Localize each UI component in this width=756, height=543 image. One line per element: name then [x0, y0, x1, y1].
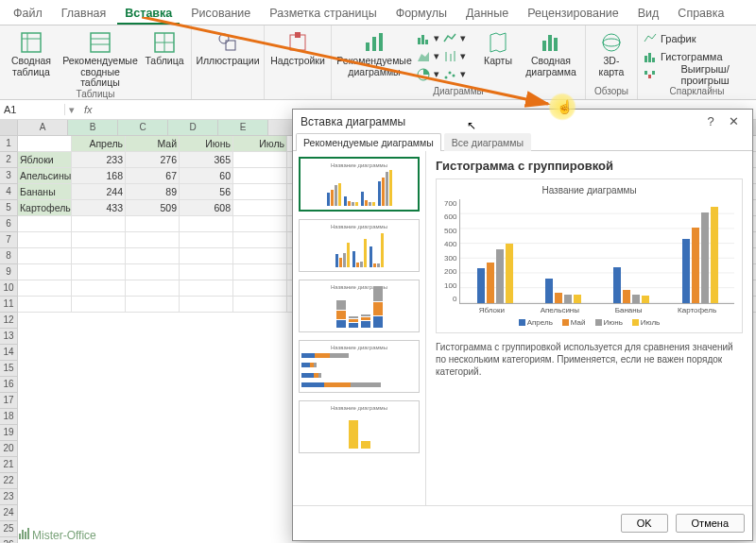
preview-chart[interactable]: Название диаграммы 010020030040050060070… — [436, 178, 743, 333]
sparkline-line-button[interactable]: График — [644, 30, 696, 46]
svg-rect-12 — [295, 32, 301, 38]
map-icon — [485, 31, 511, 54]
svg-rect-3 — [91, 33, 110, 52]
svg-rect-36 — [648, 75, 651, 78]
scatter-chart-icon — [443, 68, 456, 81]
svg-rect-0 — [22, 33, 41, 52]
addons-icon — [284, 31, 311, 54]
stock-chart-icon — [443, 50, 456, 63]
tab-insert[interactable]: Вставка — [117, 4, 180, 25]
svg-rect-37 — [652, 71, 655, 75]
dialog-close-button[interactable]: ✕ — [723, 114, 745, 128]
chart-legend: Апрель Май Июнь Июль — [444, 318, 734, 327]
cancel-button[interactable]: Отмена — [676, 514, 745, 533]
thumb-clustered-bar[interactable]: Название диаграммы — [299, 157, 420, 212]
chart-description: Гистограмма с группировкой используется … — [436, 341, 743, 378]
ribbon: Сводная таблица Рекомендуемые сводные та… — [0, 25, 756, 100]
maps-button[interactable]: Карты — [479, 27, 517, 67]
shapes-icon — [215, 31, 241, 54]
recommended-pivot-icon — [87, 31, 113, 54]
recommended-charts-icon — [361, 31, 387, 54]
table-button[interactable]: Таблица — [144, 27, 185, 67]
svg-point-30 — [603, 34, 620, 51]
chart-preview: Гистограмма с группировкой Название диаг… — [426, 151, 752, 505]
tab-data[interactable]: Данные — [458, 4, 516, 25]
plot-area — [459, 199, 734, 304]
pie-chart-icon — [417, 68, 430, 81]
svg-point-31 — [603, 39, 620, 46]
thumb-more[interactable]: Название диаграммы — [299, 400, 420, 453]
fx-icon[interactable]: fx — [78, 104, 98, 115]
chart-thumbnails[interactable]: Название диаграммы Название диаграммы На… — [293, 151, 426, 505]
addons-button[interactable]: Надстройки — [270, 27, 325, 67]
sparkline-winloss-icon — [644, 68, 656, 81]
ribbon-group-tables: Сводная таблица Рекомендуемые сводные та… — [0, 25, 192, 99]
recommended-charts-button[interactable]: Рекомендуемые диаграммы — [337, 27, 411, 77]
tab-draw[interactable]: Рисование — [183, 4, 258, 25]
row-headers[interactable]: 1234567891011121314151617181920212223242… — [0, 120, 18, 543]
y-axis-labels: 0100200300400500600700 — [444, 199, 459, 303]
area-chart-icon — [417, 50, 430, 63]
ribbon-group-addons: Надстройки — [265, 25, 332, 99]
svg-marker-19 — [418, 52, 429, 61]
ribbon-group-illustrations: Иллюстрации — [192, 25, 265, 99]
svg-point-25 — [449, 71, 452, 74]
name-box[interactable]: A1 — [0, 104, 65, 115]
insert-chart-dialog: Вставка диаграммы ? ✕ Рекомендуемые диаг… — [292, 109, 753, 541]
svg-rect-27 — [542, 41, 546, 51]
svg-rect-16 — [418, 38, 421, 44]
tab-review[interactable]: Рецензирование — [520, 4, 627, 25]
svg-point-9 — [219, 34, 229, 43]
svg-rect-17 — [421, 35, 424, 44]
svg-rect-28 — [548, 35, 552, 51]
sparkline-line-icon — [644, 32, 657, 45]
dialog-tab-recommended[interactable]: Рекомендуемые диаграммы — [296, 133, 441, 151]
svg-rect-35 — [644, 71, 647, 75]
dialog-tabs: Рекомендуемые диаграммы Все диаграммы — [293, 133, 752, 151]
thumb-stacked-bar[interactable]: Название диаграммы — [299, 280, 420, 332]
thumb-stacked-bar-h[interactable]: Название диаграммы — [299, 340, 420, 393]
ribbon-group-tours: 3D-карта Обзоры — [586, 25, 638, 99]
svg-rect-33 — [648, 53, 651, 62]
sparkline-bar-icon — [644, 50, 657, 63]
svg-point-24 — [445, 76, 448, 78]
3dmap-button[interactable]: 3D-карта — [592, 27, 631, 77]
pivot-table-icon — [18, 31, 44, 54]
svg-rect-15 — [379, 33, 383, 51]
dialog-titlebar: Вставка диаграммы ? ✕ — [293, 110, 752, 133]
dialog-title: Вставка диаграммы — [301, 115, 405, 128]
ribbon-group-sparklines: График Гистограмма Выигрыш/проигрыш Спар… — [638, 25, 756, 99]
globe-icon — [598, 31, 625, 54]
ribbon-group-charts: Рекомендуемые диаграммы ▾ ▾ ▾ ▾ ▾ ▾ Карт… — [332, 25, 586, 99]
svg-rect-34 — [652, 58, 655, 62]
pivot-chart-icon — [538, 31, 564, 54]
illustrations-button[interactable]: Иллюстрации — [198, 27, 258, 67]
tab-file[interactable]: Файл — [6, 4, 50, 25]
chart-type-gallery[interactable]: ▾ ▾ ▾ ▾ ▾ ▾ — [417, 27, 473, 82]
dialog-tab-all[interactable]: Все диаграммы — [444, 133, 531, 151]
recommended-pivot-button[interactable]: Рекомендуемые сводные таблицы — [62, 27, 138, 89]
sparkline-winloss-button[interactable]: Выигрыш/проигрыш — [644, 66, 750, 82]
ok-button[interactable]: OK — [621, 514, 668, 533]
watermark: Mister-Office — [19, 528, 96, 542]
tab-formulas[interactable]: Формулы — [388, 4, 455, 25]
svg-rect-29 — [554, 38, 558, 51]
svg-point-26 — [453, 74, 455, 76]
chart-type-heading: Гистограмма с группировкой — [436, 159, 743, 173]
line-chart-icon — [443, 32, 456, 45]
pivot-table-button[interactable]: Сводная таблица — [6, 27, 57, 77]
tab-view[interactable]: Вид — [630, 4, 667, 25]
tab-pagelayout[interactable]: Разметка страницы — [262, 4, 384, 25]
bar-chart-icon — [417, 32, 430, 45]
tab-help[interactable]: Справка — [670, 4, 731, 25]
tab-home[interactable]: Главная — [54, 4, 114, 25]
dialog-help-button[interactable]: ? — [701, 114, 719, 128]
svg-rect-14 — [372, 37, 376, 51]
svg-rect-13 — [366, 42, 369, 51]
pivot-chart-button[interactable]: Сводная диаграмма — [523, 27, 579, 77]
x-axis-labels: ЯблокиАпельсиныБананыКартофель — [461, 306, 734, 314]
dialog-footer: OK Отмена — [293, 505, 752, 540]
thumb-alt-bar[interactable]: Название диаграммы — [299, 219, 420, 272]
sparkline-bar-button[interactable]: Гистограмма — [644, 48, 723, 64]
namebox-dropdown-icon[interactable]: ▾ — [65, 104, 78, 116]
